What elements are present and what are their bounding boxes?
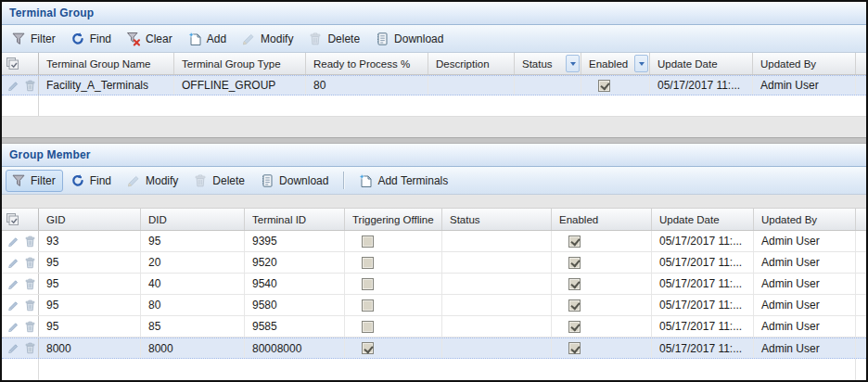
checkbox-unchecked-icon	[362, 278, 374, 290]
delete-row-icon[interactable]	[23, 299, 37, 312]
group-member-panel-header: Group Member	[2, 144, 866, 167]
cell-status	[442, 295, 552, 315]
cell-gid: 95	[39, 252, 141, 273]
cell-updated-by: Admin User	[753, 76, 856, 95]
column-header-terminal-group-type[interactable]: Terminal Group Type	[174, 53, 306, 74]
terminal-group-grid-body: Facility_A_TerminalsOFFLINE_GROUP8005/17…	[2, 75, 866, 96]
clear-button[interactable]: Clear	[121, 28, 180, 50]
cell-update-date: 05/17/2017 11:...	[652, 316, 754, 337]
edit-row-icon[interactable]	[6, 320, 20, 334]
cell-enabled	[552, 338, 652, 358]
edit-row-icon[interactable]	[6, 79, 20, 93]
select-all-header-cell[interactable]	[2, 209, 39, 230]
delete-row-icon[interactable]	[23, 320, 37, 334]
column-header-triggering-offline[interactable]: Triggering Offline	[345, 209, 442, 230]
header-gutter	[856, 53, 866, 74]
terminal-group-toolbar: Filter Find Clear Add Modify Delete	[2, 25, 866, 53]
column-header-description[interactable]: Description	[428, 53, 515, 74]
filter-button[interactable]: Filter	[6, 28, 63, 50]
cell-terminal-group-name: Facility_A_Terminals	[39, 76, 174, 95]
checkbox-checked-icon	[568, 236, 581, 248]
group-member-toolbar: Filter Find Modify Delete Download Add	[2, 167, 866, 195]
column-filter-dropdown[interactable]	[634, 55, 648, 72]
edit-row-icon[interactable]	[6, 299, 20, 312]
delete-button[interactable]: Delete	[302, 28, 367, 50]
toolbar-separator	[343, 172, 345, 189]
column-header-updated-by[interactable]: Updated By	[753, 53, 856, 74]
column-header-label: Enabled	[589, 58, 628, 70]
cell-description	[428, 76, 515, 95]
column-header-status[interactable]: Status	[515, 53, 581, 74]
download-button[interactable]: Download	[254, 170, 336, 192]
column-filter-dropdown[interactable]	[566, 55, 580, 72]
delete-row-icon[interactable]	[23, 341, 37, 355]
column-header-terminal-id[interactable]: Terminal ID	[245, 209, 345, 230]
table-row[interactable]: 9580958005/17/2017 11:...Admin User	[2, 295, 866, 316]
table-row[interactable]: 9395939505/17/2017 11:...Admin User	[2, 231, 866, 252]
modify-pencil-icon	[241, 32, 256, 46]
delete-row-icon[interactable]	[23, 235, 37, 248]
column-header-terminal-group-name[interactable]: Terminal Group Name	[39, 53, 174, 74]
cell-triggering-offline	[345, 316, 442, 337]
modify-button[interactable]: Modify	[236, 28, 300, 50]
group-member-grid-body: 9395939505/17/2017 11:...Admin User95209…	[2, 231, 866, 359]
table-row[interactable]: 800080008000800005/17/2017 11:...Admin U…	[2, 337, 866, 359]
panel-splitter[interactable]	[2, 137, 866, 144]
find-button[interactable]: Find	[65, 28, 119, 50]
column-header-updated-by[interactable]: Updated By	[754, 209, 856, 230]
select-all-header-cell[interactable]	[2, 53, 39, 74]
cell-triggering-offline	[345, 274, 442, 294]
cell-enabled	[552, 231, 652, 251]
filter-button[interactable]: Filter	[6, 170, 63, 192]
page-title: Terminal Group	[9, 6, 94, 19]
cell-enabled	[581, 76, 650, 95]
header-gutter	[856, 209, 866, 230]
table-row[interactable]: Facility_A_TerminalsOFFLINE_GROUP8005/17…	[2, 75, 866, 96]
cell-enabled	[552, 316, 652, 337]
column-header-label: GID	[46, 214, 65, 225]
column-header-gid[interactable]: GID	[39, 209, 141, 230]
table-row[interactable]: 9585958505/17/2017 11:...Admin User	[2, 316, 866, 337]
cell-updated-by: Admin User	[754, 274, 856, 294]
cell-status	[442, 274, 552, 294]
column-header-enabled[interactable]: Enabled	[581, 53, 650, 74]
delete-row-icon[interactable]	[23, 256, 37, 270]
column-header-enabled[interactable]: Enabled	[552, 209, 652, 230]
table-row[interactable]: 9540954005/17/2017 11:...Admin User	[2, 274, 866, 295]
find-button[interactable]: Find	[65, 170, 119, 192]
select-rows-icon	[6, 212, 20, 227]
edit-row-icon[interactable]	[6, 341, 20, 355]
column-header-did[interactable]: DID	[141, 209, 245, 230]
edit-row-icon[interactable]	[6, 235, 20, 248]
delete-row-icon[interactable]	[23, 277, 37, 291]
cell-did: 95	[141, 231, 245, 251]
cell-enabled	[552, 252, 652, 273]
cell-gid: 95	[39, 295, 141, 315]
edit-row-icon[interactable]	[6, 256, 20, 270]
cell-gid: 95	[39, 274, 141, 294]
column-header-label: DID	[148, 214, 167, 225]
modify-button[interactable]: Modify	[121, 170, 185, 192]
column-header-update-date[interactable]: Update Date	[650, 53, 753, 74]
checkbox-unchecked-icon	[362, 236, 374, 248]
chevron-down-icon	[570, 62, 576, 66]
row-actions-cell	[2, 252, 39, 273]
column-header-ready-to-process[interactable]: Ready to Process %	[306, 53, 428, 74]
delete-row-icon[interactable]	[23, 79, 37, 93]
delete-button[interactable]: Delete	[187, 170, 252, 192]
column-header-status[interactable]: Status	[442, 209, 552, 230]
column-header-update-date[interactable]: Update Date	[652, 209, 754, 230]
add-button[interactable]: Add	[182, 28, 234, 50]
edit-row-icon[interactable]	[6, 277, 20, 291]
grid-background	[2, 359, 866, 380]
column-header-label: Ready to Process %	[313, 58, 410, 70]
select-rows-icon	[6, 57, 20, 71]
cell-update-date: 05/17/2017 11:...	[652, 295, 754, 315]
checkbox-unchecked-icon	[362, 321, 374, 333]
checkbox-checked-icon	[598, 80, 610, 92]
cell-status	[442, 231, 552, 251]
download-button[interactable]: Download	[369, 28, 451, 50]
table-row[interactable]: 9520952005/17/2017 11:...Admin User	[2, 252, 866, 274]
add-terminals-button[interactable]: Add Terminals	[352, 170, 455, 192]
cell-updated-by: Admin User	[754, 338, 856, 358]
